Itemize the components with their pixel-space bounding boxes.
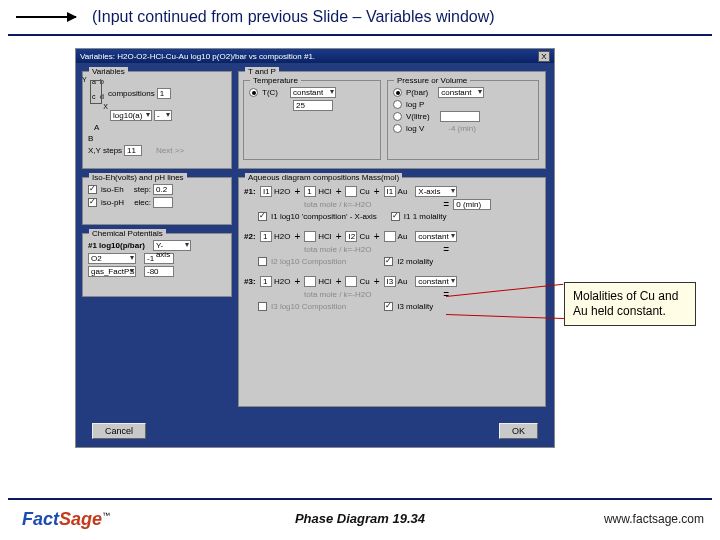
radio-pbar[interactable]	[393, 88, 402, 97]
panel-variables-title: Variables	[89, 67, 128, 76]
aq3-au[interactable]: I3	[384, 276, 396, 287]
aq3-hcl[interactable]	[304, 276, 316, 287]
iso-eh-label: iso-Eh	[101, 185, 124, 194]
aq-hcl-2: HCl	[318, 232, 331, 241]
steps-input[interactable]: 11	[124, 145, 142, 156]
aq2-tot: tota mole / k=-H2O	[304, 245, 371, 254]
aq1-cu[interactable]	[345, 186, 357, 197]
chem-yaxis-select[interactable]: Y-axis	[153, 240, 191, 251]
cb-iso-eh[interactable]	[88, 185, 97, 194]
panel-tp-title: T and P	[245, 67, 279, 76]
aq2-cu[interactable]: I2	[345, 231, 357, 242]
panel-pressure: Pressure or Volume P(bar)constant log P …	[387, 80, 539, 160]
aq3-tot: tota mole / k=-H2O	[304, 290, 371, 299]
compositions-input[interactable]: 1	[157, 88, 171, 99]
cb-i2a-label: I2 log10 Composition	[271, 257, 346, 266]
aq1-axis-select[interactable]: X-axis	[415, 186, 457, 197]
tc-fixed-input[interactable]: 25	[293, 100, 333, 111]
log-sel-minor[interactable]: -	[154, 110, 172, 121]
cb-i2b[interactable]	[384, 257, 393, 266]
eq-icon: =	[441, 244, 451, 255]
plus-icon: +	[334, 186, 344, 197]
log-select[interactable]: log10(a)	[110, 110, 152, 121]
panel-aqueous: Aqueous diagram compositions Mass(mol) #…	[238, 177, 546, 407]
cb-i1a-label: I1 log10 'composition' - X-axis	[271, 212, 377, 221]
tc-select[interactable]: constant	[290, 87, 336, 98]
point-a-label: A	[94, 123, 99, 132]
aq1-i1[interactable]: I1	[260, 186, 272, 197]
next-button: Next >>	[156, 146, 184, 155]
cb-i1b[interactable]	[391, 212, 400, 221]
variables-window: Variables: H2O-O2-HCl-Cu-Au log10 p(O2)/…	[75, 48, 555, 448]
panel-iso-title: Iso-Eh(volts) and pH lines	[89, 173, 187, 182]
footer-url: www.factsage.com	[604, 512, 704, 526]
xy-diagram-icon: Y X b a c d	[88, 78, 106, 108]
cb-i2a[interactable]	[258, 257, 267, 266]
aq-row2-label: #2:	[244, 232, 258, 241]
cb-i1b-label: I1 1 molality	[404, 212, 447, 221]
aq2-hcl[interactable]	[304, 231, 316, 242]
cb-i2b-label: I2 molality	[397, 257, 433, 266]
aq-au-1: Au	[398, 187, 408, 196]
cb-i1a[interactable]	[258, 212, 267, 221]
panel-tp: T and P Temperature T(C) constant 25 Pre…	[238, 71, 546, 169]
aq3-axis-select[interactable]: constant	[415, 276, 457, 287]
plus-icon: +	[372, 231, 382, 242]
eq-icon: =	[441, 289, 451, 300]
aq2-axis-select[interactable]: constant	[415, 231, 457, 242]
chem-row1-label: #1 log10(p/bar)	[88, 241, 145, 250]
continuation-arrow	[16, 16, 76, 18]
cb-i3a[interactable]	[258, 302, 267, 311]
chem-sp2-select[interactable]: gas_FactPS	[88, 266, 136, 277]
panel-iso: Iso-Eh(volts) and pH lines iso-Ehstep:0.…	[82, 177, 232, 225]
panel-temperature: Temperature T(C) constant 25	[243, 80, 381, 160]
iso-eh-step-input[interactable]: 0.2	[153, 184, 173, 195]
iso-ph-label: iso-pH	[101, 198, 124, 207]
elec-label: elec:	[134, 198, 151, 207]
header-rule	[8, 34, 712, 36]
logp-label: log P	[406, 100, 424, 109]
aq-row1-label: #1:	[244, 187, 258, 196]
radio-logv[interactable]	[393, 124, 402, 133]
chem-sp1-select[interactable]: O2	[88, 253, 136, 264]
plus-icon: +	[292, 231, 302, 242]
compositions-label: compositions	[108, 89, 155, 98]
window-title: Variables: H2O-O2-HCl-Cu-Au log10 p(O2)/…	[80, 52, 315, 61]
aq3-cu[interactable]	[345, 276, 357, 287]
cancel-button[interactable]: Cancel	[92, 423, 146, 439]
panel-temp-title: Temperature	[250, 76, 301, 85]
logv-label: log V	[406, 124, 424, 133]
aq2-au[interactable]	[384, 231, 396, 242]
aq1-hcl[interactable]: 1	[304, 186, 316, 197]
steps-label: X,Y steps	[88, 146, 122, 155]
aq1-extra-input[interactable]: 0 (min)	[453, 199, 491, 210]
aq-hcl-3: HCl	[318, 277, 331, 286]
ok-button[interactable]: OK	[499, 423, 538, 439]
aq3-h2o[interactable]: 1	[260, 276, 272, 287]
radio-tc[interactable]	[249, 88, 258, 97]
pbar-select[interactable]: constant	[438, 87, 484, 98]
plus-icon: +	[292, 186, 302, 197]
radio-vlitre[interactable]	[393, 112, 402, 121]
pbar-label: P(bar)	[406, 88, 428, 97]
aq-cu-3: Cu	[359, 277, 369, 286]
aq1-au[interactable]: I1	[384, 186, 396, 197]
tc-label: T(C)	[262, 88, 278, 97]
titlebar: Variables: H2O-O2-HCl-Cu-Au log10 p(O2)/…	[76, 49, 554, 63]
aq-au-3: Au	[398, 277, 408, 286]
cb-iso-ph[interactable]	[88, 198, 97, 207]
cb-i3b[interactable]	[384, 302, 393, 311]
aq-hcl-1: HCl	[318, 187, 331, 196]
radio-logp[interactable]	[393, 100, 402, 109]
aq2-h2o[interactable]: 1	[260, 231, 272, 242]
aq-cu-2: Cu	[359, 232, 369, 241]
step-label: step:	[134, 185, 151, 194]
chem-v2-input[interactable]: -80	[144, 266, 174, 277]
cb-i3a-label: I3 log10 Composition	[271, 302, 346, 311]
v-input[interactable]	[440, 111, 480, 122]
plus-icon: +	[292, 276, 302, 287]
neg4-min-label: -4 (min)	[448, 124, 476, 133]
close-icon[interactable]: X	[538, 51, 550, 62]
aq-cu-1: Cu	[359, 187, 369, 196]
iso-ph-step-input[interactable]	[153, 197, 173, 208]
